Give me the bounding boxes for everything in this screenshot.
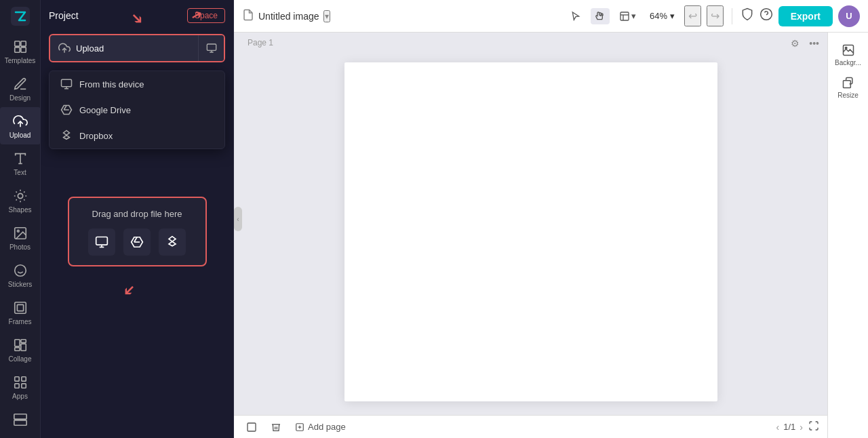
sidebar-item-frames[interactable]: Frames <box>0 294 41 331</box>
svg-point-8 <box>18 193 22 198</box>
space-button[interactable]: Space <box>187 8 225 23</box>
svg-rect-35 <box>96 237 108 245</box>
svg-rect-1 <box>14 41 19 46</box>
svg-rect-22 <box>14 384 18 388</box>
sidebar-item-shapes[interactable]: Shapes <box>0 182 41 219</box>
doc-title-area: Untitled image ▾ <box>242 9 561 24</box>
help-icon[interactable] <box>760 7 773 24</box>
dropdown-item-gdrive[interactable]: Google Drive <box>50 97 224 123</box>
svg-rect-27 <box>207 44 216 50</box>
background-label: Backgr... <box>835 59 861 66</box>
dropdown-item-device[interactable]: From this device <box>50 71 224 97</box>
dropdown-item-dropbox[interactable]: Dropbox <box>50 123 224 148</box>
doc-title-chevron[interactable]: ▾ <box>323 10 330 22</box>
sidebar-label-shapes: Shapes <box>9 206 32 214</box>
resize-label: Resize <box>837 92 859 99</box>
upload-main-button[interactable]: Upload <box>50 35 198 61</box>
sidebar-item-extra[interactable] <box>0 405 41 433</box>
svg-line-33 <box>64 106 66 110</box>
sidebar-label-photos: Photos <box>9 243 31 251</box>
undo-button[interactable]: ↩ <box>684 5 701 26</box>
panel-header: Project Space ➔ <box>41 0 233 28</box>
background-panel-button[interactable]: Backgr... <box>829 38 867 71</box>
svg-point-10 <box>17 230 19 232</box>
svg-rect-23 <box>21 384 25 388</box>
sidebar-item-templates[interactable]: Templates <box>0 33 41 70</box>
top-toolbar: Untitled image ▾ ▾ 64 <box>234 0 868 33</box>
prev-page-button[interactable]: ‹ <box>776 422 780 433</box>
page-delete-button[interactable] <box>267 419 285 435</box>
upload-button-row: Upload <box>49 34 225 62</box>
upload-panel: Project Space ➔ Upload ➔ <box>41 0 234 438</box>
sidebar-item-stickers[interactable]: Stickers <box>0 256 41 294</box>
layout-button[interactable]: ▾ <box>615 8 640 24</box>
dropdown-device-label: From this device <box>79 79 144 89</box>
zoom-chevron: ▾ <box>670 11 675 21</box>
svg-rect-3 <box>14 47 19 52</box>
page-thumbnail-button[interactable] <box>242 419 261 435</box>
select-tool-button[interactable] <box>566 8 585 24</box>
page-label: Page 1 <box>248 38 273 47</box>
sidebar-label-frames: Frames <box>9 318 32 325</box>
svg-point-43 <box>760 9 772 20</box>
add-page-label: Add page <box>308 422 346 432</box>
svg-rect-15 <box>17 304 23 311</box>
sidebar-item-text[interactable]: Text <box>0 144 41 182</box>
user-avatar[interactable]: U <box>838 5 860 27</box>
canvas-area: Page 1 ⚙ ••• <box>234 33 827 438</box>
drag-drop-label: Drag and drop file here <box>77 209 197 219</box>
next-page-button[interactable]: › <box>800 422 803 433</box>
upload-dropdown-menu: From this device Google Drive Dropbox <box>49 71 225 149</box>
layout-chevron: ▾ <box>631 11 636 21</box>
svg-rect-2 <box>20 41 25 46</box>
app-logo[interactable] <box>8 7 33 26</box>
svg-rect-18 <box>20 344 25 351</box>
panel-title: Project <box>49 10 79 21</box>
drag-drop-zone[interactable]: Drag and drop file here <box>68 197 207 266</box>
svg-rect-45 <box>248 423 256 431</box>
svg-rect-25 <box>14 414 26 419</box>
page-actions: ⚙ ••• <box>788 35 822 52</box>
toolbar-right: ▾ 64% ▾ ↩ ↪ Export U <box>566 5 860 27</box>
hand-tool-button[interactable] <box>591 8 610 24</box>
sidebar-label-upload: Upload <box>9 132 31 139</box>
add-page-button[interactable]: Add page <box>291 419 350 435</box>
zoom-control[interactable]: 64% ▾ <box>646 8 679 24</box>
svg-line-38 <box>134 237 137 242</box>
icon-sidebar: Templates Design Upload Text Shapes Pho <box>0 0 41 438</box>
svg-rect-17 <box>20 340 25 343</box>
sidebar-label-templates: Templates <box>5 57 36 64</box>
svg-rect-21 <box>21 377 25 381</box>
svg-rect-20 <box>14 377 18 381</box>
upload-section: Upload ➔ <box>41 28 233 68</box>
export-button[interactable]: Export <box>778 6 833 26</box>
dropdown-gdrive-label: Google Drive <box>79 105 131 115</box>
sidebar-item-collage[interactable]: Collage <box>0 331 41 368</box>
svg-rect-19 <box>14 348 19 351</box>
svg-rect-16 <box>14 340 19 346</box>
upload-toggle-button[interactable] <box>198 35 224 61</box>
drag-icon-dropbox[interactable] <box>159 228 186 256</box>
sidebar-item-design[interactable]: Design <box>0 70 41 107</box>
sidebar-label-text: Text <box>14 169 26 176</box>
sidebar-item-photos[interactable]: Photos <box>0 219 41 256</box>
page-more-button[interactable]: ••• <box>806 35 822 52</box>
canvas-page <box>344 62 717 401</box>
sidebar-label-stickers: Stickers <box>8 281 33 288</box>
sidebar-item-apps[interactable]: Apps <box>0 368 41 405</box>
redo-button[interactable]: ↪ <box>707 5 724 26</box>
page-indicator: 1/1 <box>783 422 795 432</box>
sidebar-item-upload[interactable]: Upload <box>0 107 41 144</box>
drag-icon-device[interactable] <box>88 228 115 256</box>
panel-collapse-handle[interactable]: ‹ <box>234 207 242 231</box>
svg-rect-14 <box>14 302 26 314</box>
bottom-bar: Add page ‹ 1/1 › <box>234 415 827 438</box>
sidebar-label-design: Design <box>9 94 31 102</box>
zoom-value: 64% <box>650 11 667 21</box>
shield-icon[interactable] <box>741 7 754 24</box>
resize-panel-button[interactable]: Resize <box>829 71 867 103</box>
fullscreen-button[interactable] <box>808 420 819 433</box>
drag-icon-gdrive[interactable] <box>123 228 151 256</box>
page-settings-button[interactable]: ⚙ <box>788 35 802 52</box>
sidebar-label-apps: Apps <box>12 393 28 400</box>
